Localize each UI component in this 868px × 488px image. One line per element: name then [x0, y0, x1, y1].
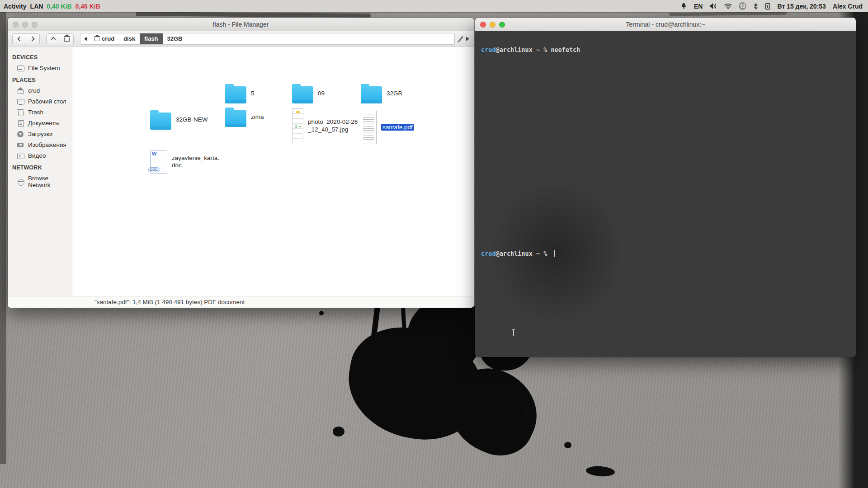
activity-menu[interactable]: Activity	[4, 3, 27, 10]
file-photo_2020-02-26_12_40_57.jpg[interactable]: photo_2020-02-26_12_40_57.jpg	[292, 108, 359, 143]
ink-dot	[585, 465, 615, 477]
terminal-titlebar[interactable]: Terminal - crud@archlinux:~	[475, 18, 856, 31]
file-icon	[225, 86, 246, 103]
neofetch-info	[652, 54, 674, 94]
file-5[interactable]: 5	[225, 84, 302, 103]
chevron-right-icon	[29, 36, 34, 41]
ink-dot	[333, 427, 344, 436]
battery-icon[interactable]	[765, 2, 770, 10]
notifications-bell-icon[interactable]	[680, 3, 687, 10]
ink-streak	[669, 12, 787, 16]
file-zima[interactable]: zima	[225, 107, 302, 127]
home-icon	[64, 38, 70, 42]
file-name: 32GB-NEW	[176, 116, 226, 123]
sidebar-item[interactable]: Документы	[8, 117, 72, 128]
close-button[interactable]	[13, 22, 19, 28]
file-32GB[interactable]: 32GB	[361, 84, 437, 103]
minimize-button[interactable]	[490, 22, 495, 28]
sidebar-item[interactable]: Изображения	[8, 139, 72, 150]
forward-button[interactable]	[26, 33, 40, 44]
terminal-window: Terminal - crud@archlinux:~ crud@archlin…	[475, 18, 856, 357]
file-32GB-NEW[interactable]: 32GB-NEW	[150, 110, 226, 130]
maximize-button[interactable]	[499, 22, 505, 28]
lan-monitor-label[interactable]: LAN	[30, 3, 43, 10]
back-button[interactable]	[12, 33, 26, 44]
sidebar-item[interactable]: File System	[8, 62, 72, 73]
trash-icon	[17, 109, 24, 116]
file-manager-titlebar[interactable]: flash - File Manager	[8, 18, 474, 31]
sidebar-item-label: Изображения	[28, 141, 66, 148]
file-icon	[150, 150, 167, 174]
document-icon	[17, 120, 24, 127]
text-cursor-pointer	[513, 329, 514, 336]
file-manager-sidebar: DEVICES File System PLACES crud Рабочий …	[8, 47, 72, 296]
sidebar-item[interactable]: Видео	[8, 150, 72, 161]
file-santafe.pdf[interactable]: santafe.pdf	[361, 111, 432, 144]
breadcrumb-item[interactable]: disk	[119, 33, 140, 44]
clock[interactable]: Вт 15 дек, 20:53	[777, 3, 826, 10]
sidebar-header-label: NETWORK	[12, 164, 42, 171]
sidebar-item-label: Trash	[28, 109, 43, 116]
ink-dot	[524, 409, 530, 415]
file-icon	[292, 86, 313, 103]
file-name: santafe.pdf	[381, 124, 432, 131]
sidebar-item-label: Видео	[28, 152, 46, 159]
sidebar-item[interactable]: Загрузки	[8, 128, 72, 139]
file-list: 5 09 32GB 32GB-NEW zima photo_2020-02-26…	[72, 47, 474, 296]
breadcrumb-item[interactable]: flash	[140, 33, 162, 44]
top-menubar: Activity LAN 0,40 KiB 0,46 KiB EN 63 Вт …	[0, 0, 868, 12]
statusbar-text: "santafe.pdf": 1,4 MiB (1 490 491 bytes)…	[94, 299, 245, 305]
file-09[interactable]: 09	[292, 84, 368, 103]
statusbar: "santafe.pdf": 1,4 MiB (1 490 491 bytes)…	[8, 296, 474, 308]
breadcrumb-scroll-left[interactable]	[84, 37, 87, 41]
net-download-rate: 0,40 KiB	[47, 3, 71, 10]
sidebar-header-label: DEVICES	[12, 54, 38, 61]
minimize-button[interactable]	[22, 22, 28, 28]
terminal-command-line: crud@archlinux ~ % neofetch	[481, 46, 580, 53]
breadcrumb-scroll-right[interactable]	[466, 37, 469, 41]
file-zayavlenie_karta.doc[interactable]: zayavlenie_karta.doc	[150, 150, 222, 174]
sidebar-section-header: DEVICES	[8, 51, 72, 62]
home-icon	[17, 87, 24, 94]
close-button[interactable]	[480, 22, 486, 28]
breadcrumb-label: crud	[102, 35, 114, 42]
video-icon	[17, 152, 24, 159]
window-title: flash - File Manager	[8, 21, 474, 28]
ink-dot	[564, 442, 571, 448]
keyboard-layout-indicator[interactable]: EN	[694, 3, 703, 10]
user-menu[interactable]: Alex Crud	[833, 3, 863, 10]
ink-streak	[136, 12, 371, 18]
edit-path-icon[interactable]	[458, 36, 463, 42]
drive-icon	[17, 65, 24, 71]
maximize-button[interactable]	[32, 22, 38, 28]
breadcrumb-item[interactable]: crud	[90, 33, 119, 44]
file-icon	[292, 108, 303, 143]
telegram-tray-badge[interactable]: 63	[739, 2, 746, 10]
sidebar-item[interactable]: Browse Network	[8, 173, 72, 190]
wallpaper-edge-shade	[0, 12, 6, 464]
download-icon	[17, 131, 24, 137]
sidebar-item-label: crud	[28, 87, 40, 94]
breadcrumb-label: disk	[123, 35, 135, 42]
sidebar-section-header: PLACES	[8, 73, 72, 85]
sidebar-item[interactable]: Trash	[8, 107, 72, 117]
file-manager-window: flash - File Manager crud disk flash	[8, 18, 474, 308]
sidebar-item[interactable]: crud	[8, 85, 72, 96]
terminal-cursor	[554, 250, 555, 257]
home-button[interactable]	[60, 33, 74, 44]
sidebar-item-label: Browse Network	[28, 175, 72, 188]
volume-icon[interactable]	[709, 3, 717, 9]
breadcrumb-label: 32GB	[167, 35, 183, 42]
sidebar-item-label: Рабочий стол	[28, 98, 66, 105]
image-icon	[17, 141, 24, 148]
sidebar-item[interactable]: Рабочий стол	[8, 96, 72, 107]
file-icon	[361, 86, 382, 103]
up-button[interactable]	[46, 33, 60, 44]
bluetooth-icon[interactable]	[753, 3, 758, 10]
wifi-icon[interactable]	[724, 3, 732, 9]
net-upload-rate: 0,46 KiB	[75, 3, 100, 10]
chevron-up-icon	[51, 37, 56, 42]
network-icon	[17, 178, 24, 185]
breadcrumb-item[interactable]: 32GB	[163, 33, 187, 44]
sidebar-item-label: File System	[28, 65, 60, 71]
